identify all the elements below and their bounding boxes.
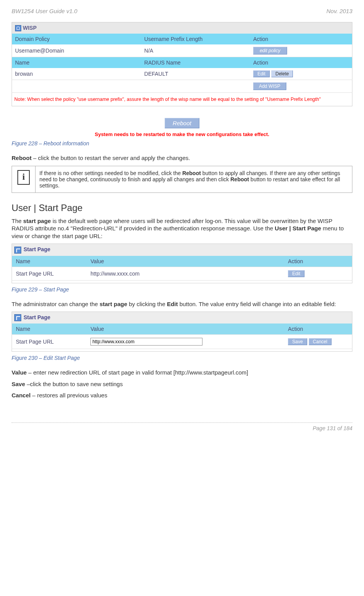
sp2-name-value: Start Page URL — [12, 335, 87, 349]
sp2-col-action: Action — [284, 324, 352, 335]
col-prefix-length: Username Prefix Length — [141, 34, 250, 44]
figure-230-caption: Figure 230 – Edit Start Page — [12, 355, 352, 361]
startpage-view-table: Start Page Name Value Action Start Page … — [12, 244, 352, 283]
reboot-section: Reboot System needs to be restarted to m… — [12, 118, 352, 137]
wisp-note: Note: When select the policy "use userna… — [12, 93, 352, 106]
sp-url-value: http://www.xxxx.com — [87, 267, 284, 280]
doc-date: Nov. 2013 — [327, 8, 352, 14]
sp-col-action: Action — [284, 256, 352, 267]
col-action: Action — [250, 34, 352, 44]
save-text: –click the button to save new settings — [25, 381, 123, 387]
cancel-description: Cancel – restores all previous values — [12, 392, 352, 399]
reboot-button[interactable]: Reboot — [165, 118, 199, 128]
panel-title: WISP — [23, 25, 37, 31]
sp-title-2: Start Page — [24, 314, 50, 320]
add-wisp-button[interactable]: Add WISP — [253, 82, 286, 90]
cancel-label: Cancel — [12, 392, 31, 398]
figure-228-caption: Figure 228 – Reboot information — [12, 140, 352, 146]
panel-icon — [15, 25, 21, 31]
doc-title: BW1254 User Guide v1.0 — [12, 8, 77, 14]
value-description: Value – enter new redirection URL of sta… — [12, 369, 352, 376]
page-header: BW1254 User Guide v1.0 Nov. 2013 — [12, 8, 352, 14]
sp2-col-value: Value — [87, 324, 284, 335]
edit-policy-button[interactable]: edit policy — [253, 47, 287, 54]
radius-name-value: DEFAULT — [141, 68, 250, 80]
sp-name-value: Start Page URL — [12, 267, 87, 280]
col-action-2: Action — [250, 57, 352, 68]
figure-229-caption: Figure 229 – Start Page — [12, 286, 352, 293]
reboot-message: System needs to be restarted to make the… — [12, 131, 352, 137]
prefix-length-value: N/A — [141, 44, 250, 57]
save-button[interactable]: Save — [288, 338, 307, 345]
reboot-description: Reboot – click the button to restart the… — [12, 154, 352, 162]
domain-policy-value: Username@Domain — [12, 44, 141, 57]
info-box: i If there is no other settings needed t… — [12, 166, 352, 193]
page-footer: Page 131 of 184 — [12, 422, 352, 431]
value-text: – enter new redirection URL of start pag… — [27, 369, 248, 376]
wisp-name-value: browan — [12, 68, 141, 80]
cancel-text: – restores all previous values — [31, 392, 107, 398]
sp2-col-name: Name — [12, 324, 87, 335]
wisp-panel: WISP Domain Policy Username Prefix Lengt… — [12, 22, 352, 106]
page-icon — [14, 247, 21, 254]
save-description: Save –click the button to save new setti… — [12, 380, 352, 388]
info-box-text: If there is no other settings needed to … — [36, 166, 352, 192]
col-domain-policy: Domain Policy — [12, 34, 141, 44]
delete-button[interactable]: Delete — [271, 70, 293, 77]
sp-edit-button[interactable]: Edit — [288, 270, 304, 277]
save-label: Save — [12, 381, 25, 387]
startpage-edit-table: Start Page Name Value Action Start Page … — [12, 312, 352, 352]
section-heading: User | Start Page — [12, 203, 352, 213]
startpage-intro: The start page is the default web page w… — [12, 217, 352, 240]
cancel-button[interactable]: Cancel — [309, 338, 332, 345]
sp-col-value: Value — [87, 256, 284, 267]
sp-title: Start Page — [24, 246, 50, 252]
col-name: Name — [12, 57, 141, 68]
info-icon: i — [17, 170, 30, 185]
reboot-desc-text: – click the button to restart the server… — [32, 155, 190, 161]
page-icon-2 — [14, 314, 21, 321]
col-radius-name: RADIUS Name — [141, 57, 250, 68]
sp-col-name: Name — [12, 256, 87, 267]
edit-button[interactable]: Edit — [253, 70, 270, 77]
admin-text: The administrator can change the start p… — [12, 300, 352, 308]
value-label: Value — [12, 369, 27, 376]
url-input[interactable] — [90, 338, 202, 346]
reboot-label: Reboot — [12, 155, 32, 161]
